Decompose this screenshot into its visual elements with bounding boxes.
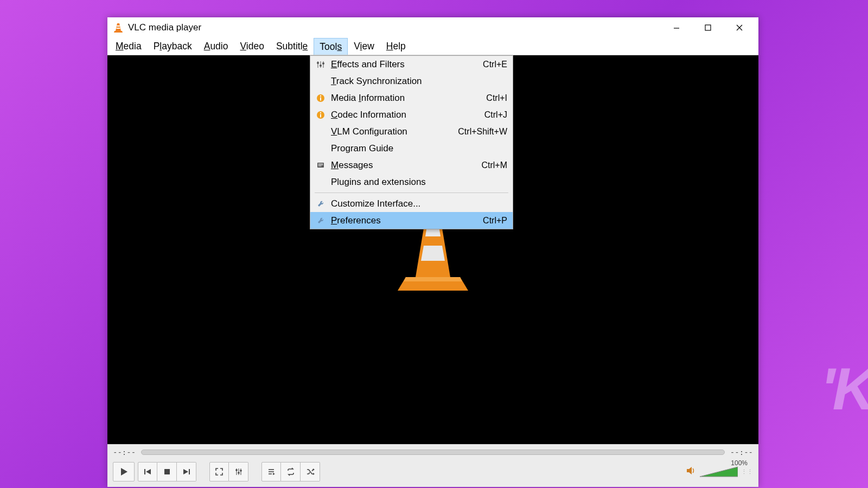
play-button[interactable] bbox=[113, 462, 135, 481]
menu-vlm-config[interactable]: VLM Configuration Ctrl+Shift+W bbox=[310, 123, 513, 140]
tools-dropdown: Effects and Filters Ctrl+E Track Synchro… bbox=[310, 55, 513, 229]
messages-icon bbox=[314, 161, 328, 170]
svg-marker-0 bbox=[116, 23, 121, 31]
menu-program-guide[interactable]: Program Guide bbox=[310, 140, 513, 157]
playlist-button[interactable] bbox=[261, 462, 281, 481]
svg-rect-26 bbox=[318, 163, 323, 164]
extended-settings-button[interactable] bbox=[229, 462, 248, 481]
window-title: VLC media player bbox=[128, 22, 201, 33]
info-icon bbox=[314, 94, 328, 102]
menu-video[interactable]: Video bbox=[234, 38, 270, 55]
next-button[interactable] bbox=[177, 462, 196, 481]
svg-point-17 bbox=[320, 65, 322, 67]
svg-point-39 bbox=[238, 472, 240, 474]
speaker-icon[interactable] bbox=[686, 466, 697, 478]
titlebar: VLC media player bbox=[107, 17, 758, 38]
svg-rect-32 bbox=[164, 469, 170, 474]
svg-rect-23 bbox=[320, 114, 321, 117]
menu-messages[interactable]: Messages Ctrl+M bbox=[310, 157, 513, 174]
svg-marker-31 bbox=[146, 469, 151, 474]
volume-slider[interactable] bbox=[700, 466, 738, 478]
svg-marker-10 bbox=[421, 246, 445, 261]
menu-playback[interactable]: Playback bbox=[148, 38, 198, 55]
svg-rect-1 bbox=[117, 25, 120, 27]
svg-rect-5 bbox=[705, 25, 711, 30]
fullscreen-button[interactable] bbox=[209, 462, 229, 481]
minimize-button[interactable] bbox=[661, 18, 692, 38]
svg-rect-28 bbox=[318, 165, 322, 166]
svg-marker-12 bbox=[404, 277, 462, 281]
wrench-icon bbox=[314, 216, 328, 225]
maximize-button[interactable] bbox=[692, 18, 724, 38]
watermark: 'K bbox=[820, 354, 868, 423]
loop-button[interactable] bbox=[281, 462, 301, 481]
volume-grip-icon: ⋮⋮ bbox=[741, 468, 753, 476]
time-elapsed: --:-- bbox=[113, 448, 136, 457]
stop-button[interactable] bbox=[157, 462, 177, 481]
app-window: VLC media player Media Playback Audio Vi… bbox=[107, 17, 758, 487]
menu-plugins[interactable]: Plugins and extensions bbox=[310, 174, 513, 190]
svg-point-18 bbox=[322, 62, 324, 65]
svg-rect-20 bbox=[320, 97, 321, 100]
svg-marker-44 bbox=[273, 473, 275, 475]
menu-customize-interface[interactable]: Customize Interface... bbox=[310, 195, 513, 212]
svg-point-24 bbox=[320, 112, 321, 113]
svg-marker-45 bbox=[687, 467, 692, 474]
playback-controls: 100% ⋮⋮ bbox=[107, 459, 758, 487]
svg-marker-3 bbox=[114, 31, 123, 33]
info-icon bbox=[314, 111, 328, 119]
svg-rect-34 bbox=[189, 469, 190, 474]
seekbar-row: --:-- --:-- bbox=[107, 444, 758, 459]
svg-rect-27 bbox=[318, 164, 323, 165]
svg-point-16 bbox=[317, 62, 319, 64]
menu-effects-filters[interactable]: Effects and Filters Ctrl+E bbox=[310, 56, 513, 73]
svg-point-40 bbox=[240, 470, 242, 472]
menu-media[interactable]: Media bbox=[110, 38, 148, 55]
vlc-cone-icon bbox=[113, 22, 124, 33]
previous-button[interactable] bbox=[138, 462, 157, 481]
menubar: Media Playback Audio Video Subtitle Tool… bbox=[107, 38, 758, 55]
menu-tools[interactable]: Tools bbox=[314, 38, 348, 55]
svg-marker-29 bbox=[121, 468, 127, 476]
svg-point-38 bbox=[235, 469, 238, 471]
menu-track-sync[interactable]: Track Synchronization bbox=[310, 73, 513, 89]
menu-media-info[interactable]: Media Information Ctrl+I bbox=[310, 89, 513, 106]
sliders-icon bbox=[314, 60, 328, 69]
shuffle-button[interactable] bbox=[301, 462, 320, 481]
volume-control: 100% ⋮⋮ bbox=[686, 466, 753, 478]
svg-rect-30 bbox=[144, 469, 145, 474]
wrench-icon bbox=[314, 200, 328, 208]
menu-help[interactable]: Help bbox=[380, 38, 412, 55]
menu-subtitle[interactable]: Subtitle bbox=[270, 38, 314, 55]
menu-preferences[interactable]: Preferences Ctrl+P bbox=[310, 212, 513, 229]
close-button[interactable] bbox=[724, 18, 755, 38]
menu-view[interactable]: View bbox=[348, 38, 380, 55]
menu-separator bbox=[315, 192, 508, 193]
time-total: --:-- bbox=[730, 448, 753, 457]
menu-codec-info[interactable]: Codec Information Ctrl+J bbox=[310, 106, 513, 123]
svg-rect-2 bbox=[117, 28, 120, 29]
svg-point-21 bbox=[320, 95, 321, 96]
menu-audio[interactable]: Audio bbox=[198, 38, 234, 55]
svg-marker-33 bbox=[183, 469, 188, 474]
seek-slider[interactable] bbox=[141, 450, 725, 455]
